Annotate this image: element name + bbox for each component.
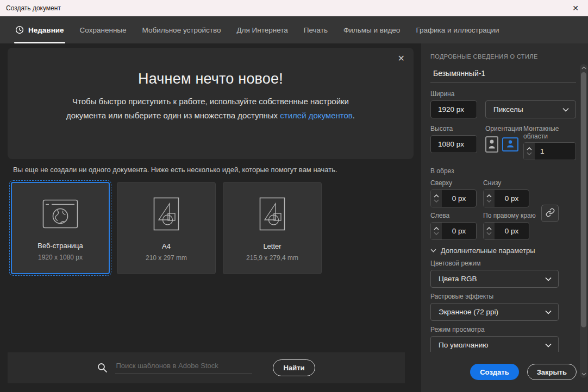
units-value: Пикселы xyxy=(493,105,523,113)
stepper-up-icon[interactable] xyxy=(527,147,532,150)
bleed-bottom-input[interactable]: 0 px xyxy=(495,190,529,207)
preset-card-letter[interactable]: Letter 215,9 x 279,4 mm xyxy=(223,182,322,274)
color-mode-dropdown[interactable]: Цвета RGB xyxy=(430,270,559,288)
raster-effects-dropdown[interactable]: Экранное (72 ppi) xyxy=(430,303,559,321)
bleed-top-input[interactable]: 0 px xyxy=(442,190,476,207)
bleed-left-input[interactable]: 0 px xyxy=(442,223,476,239)
chevron-down-icon xyxy=(562,108,569,112)
landscape-icon xyxy=(505,140,516,150)
preset-card-a4[interactable]: A4 210 x 297 mm xyxy=(117,182,216,274)
stepper-up-icon[interactable] xyxy=(486,227,492,230)
search-icon xyxy=(97,363,108,373)
banner-text: Чтобы быстро приступить к работе, исполь… xyxy=(60,94,362,123)
scrollbar-up-icon[interactable] xyxy=(580,64,587,72)
panel-scrollbar[interactable] xyxy=(580,64,587,378)
bleed-settings: Сверху 0 px Снизу xyxy=(430,179,576,240)
tab-label: Фильмы и видео xyxy=(343,26,400,34)
stepper-down-icon[interactable] xyxy=(434,199,439,203)
stepper-arrows xyxy=(484,223,495,239)
color-mode-label: Цветовой режим xyxy=(430,260,576,267)
scrollbar-thumb[interactable] xyxy=(581,72,586,327)
templates-area: ✕ Начнем нечто новое! Чтобы быстро прист… xyxy=(0,43,421,392)
width-label: Ширина xyxy=(430,90,576,98)
stepper-down-icon[interactable] xyxy=(486,199,492,203)
stepper-arrows xyxy=(431,223,442,239)
stepper-down-icon[interactable] xyxy=(527,152,532,155)
tab-label: Мобильное устройство xyxy=(142,26,221,34)
stepper-arrows xyxy=(431,190,442,207)
create-document-dialog: Создать документ ✕ Недавние Сохраненные … xyxy=(0,0,588,392)
window-close-button[interactable]: ✕ xyxy=(563,0,588,16)
units-dropdown[interactable]: Пикселы xyxy=(485,100,576,118)
tab-print[interactable]: Печать xyxy=(304,16,328,43)
tab-art-illustration[interactable]: Графика и иллюстрации xyxy=(416,16,499,43)
tab-recent[interactable]: Недавние xyxy=(15,16,64,43)
stepper-up-icon[interactable] xyxy=(434,227,439,230)
stepper-up-icon[interactable] xyxy=(434,194,439,198)
find-button[interactable]: Найти xyxy=(273,359,316,376)
panel-header: ПОДРОБНЫЕ СВЕДЕНИЯ О СТИЛЕ xyxy=(430,53,576,60)
raster-effects-value: Экранное (72 ppi) xyxy=(439,308,498,316)
tab-label: Недавние xyxy=(28,26,64,34)
panel-scroll-area: ПОДРОБНЫЕ СВЕДЕНИЯ О СТИЛЕ Безымянный-1 … xyxy=(421,43,588,352)
preset-title: Letter xyxy=(263,242,281,250)
portrait-icon xyxy=(487,138,496,151)
category-tabbar: Недавние Сохраненные Мобильное устройств… xyxy=(0,16,588,43)
stock-search-input[interactable] xyxy=(115,362,252,374)
preset-card-web-page[interactable]: Веб-страница 1920 x 1080 px xyxy=(11,182,110,274)
stepper-down-icon[interactable] xyxy=(486,232,492,235)
bleed-link-values-button[interactable] xyxy=(541,205,559,222)
orientation-landscape-button[interactable] xyxy=(502,137,518,151)
tab-saved[interactable]: Сохраненные xyxy=(80,16,127,43)
bleed-right-input[interactable]: 0 px xyxy=(495,223,529,239)
preset-title: Веб-страница xyxy=(37,242,83,250)
close-button[interactable]: Закрыть xyxy=(527,364,577,380)
tab-web[interactable]: Для Интернета xyxy=(236,16,287,43)
bleed-label: В обрез xyxy=(430,167,576,175)
chevron-down-icon xyxy=(545,341,552,349)
tab-label: Графика и иллюстрации xyxy=(416,26,499,34)
artboards-input[interactable]: 1 xyxy=(535,143,576,160)
artboards-stepper: 1 xyxy=(523,142,576,160)
tab-label: Для Интернета xyxy=(236,26,287,34)
web-page-icon xyxy=(42,183,78,242)
window-title: Создать документ xyxy=(6,4,61,12)
bleed-left-label: Слева xyxy=(430,212,477,219)
preset-size: 210 x 297 mm xyxy=(146,254,187,262)
artboards-label: Монтажные области xyxy=(523,125,576,140)
preset-size: 1920 x 1080 px xyxy=(38,254,83,261)
create-button[interactable]: Создать xyxy=(470,364,518,380)
chevron-down-icon xyxy=(430,249,436,252)
tab-label: Печать xyxy=(304,26,328,34)
window-titlebar: Создать документ ✕ xyxy=(0,0,588,16)
height-label: Высота xyxy=(430,125,477,132)
tab-film-video[interactable]: Фильмы и видео xyxy=(343,16,400,43)
empty-state-note: Вы еще не создали ни одного документа. Н… xyxy=(13,166,421,174)
stepper-up-icon[interactable] xyxy=(486,194,492,198)
advanced-options-label: Дополнительные параметры xyxy=(441,246,535,255)
preset-size: 215,9 x 279,4 mm xyxy=(246,254,298,262)
dialog-footer: Создать Закрыть xyxy=(421,352,588,392)
dialog-body: ✕ Начнем нечто новое! Чтобы быстро прист… xyxy=(0,43,588,392)
scrollbar-down-icon[interactable] xyxy=(580,370,587,378)
stepper-down-icon[interactable] xyxy=(434,232,439,235)
chevron-down-icon xyxy=(545,308,552,316)
document-name-field[interactable]: Безымянный-1 xyxy=(430,69,576,83)
width-input[interactable]: 1920 px xyxy=(430,100,477,118)
bleed-top-label: Сверху xyxy=(430,179,477,187)
stepper-arrows xyxy=(524,143,535,160)
bleed-left-stepper: 0 px xyxy=(430,222,477,240)
tab-mobile[interactable]: Мобильное устройство xyxy=(142,16,221,43)
view-mode-value: По умолчанию xyxy=(439,341,488,349)
document-shapes-icon xyxy=(259,182,285,242)
document-presets-link[interactable]: стилей документов xyxy=(280,111,353,120)
banner-close-button[interactable]: ✕ xyxy=(398,54,405,63)
welcome-banner: ✕ Начнем нечто новое! Чтобы быстро прист… xyxy=(8,48,414,159)
orientation-portrait-button[interactable] xyxy=(485,136,498,153)
stepper-arrows xyxy=(484,190,495,207)
advanced-options-toggle[interactable]: Дополнительные параметры xyxy=(430,246,576,255)
height-input[interactable]: 1080 px xyxy=(430,135,477,153)
clock-icon xyxy=(15,26,24,34)
bleed-right-stepper: 0 px xyxy=(483,222,529,240)
view-mode-dropdown[interactable]: По умолчанию xyxy=(430,336,559,352)
